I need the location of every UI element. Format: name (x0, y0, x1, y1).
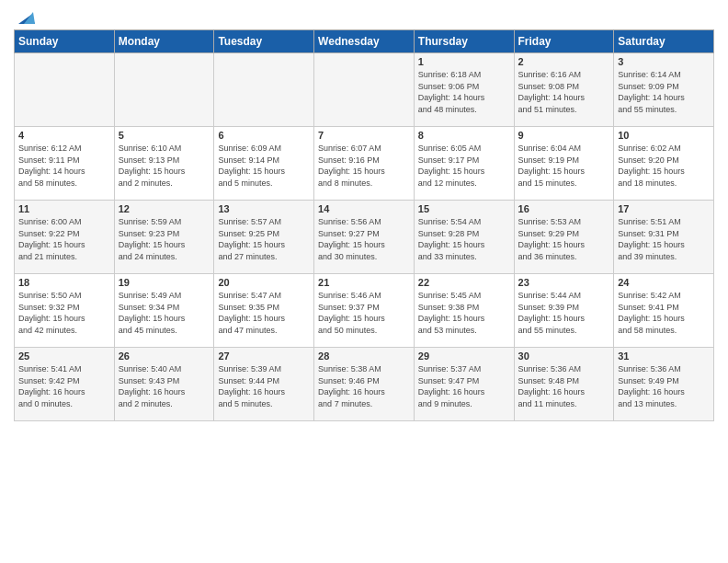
day-info: Sunrise: 6:16 AM Sunset: 9:08 PM Dayligh… (518, 69, 610, 115)
day-cell: 20Sunrise: 5:47 AM Sunset: 9:35 PM Dayli… (214, 274, 314, 348)
day-info: Sunrise: 5:36 AM Sunset: 9:49 PM Dayligh… (618, 363, 710, 409)
day-info: Sunrise: 5:42 AM Sunset: 9:41 PM Dayligh… (618, 290, 710, 336)
day-cell: 18Sunrise: 5:50 AM Sunset: 9:32 PM Dayli… (15, 274, 115, 348)
day-number: 1 (418, 56, 510, 67)
day-info: Sunrise: 5:41 AM Sunset: 9:42 PM Dayligh… (18, 363, 110, 409)
weekday-header-thursday: Thursday (414, 30, 514, 53)
day-info: Sunrise: 6:10 AM Sunset: 9:13 PM Dayligh… (119, 143, 210, 189)
day-info: Sunrise: 5:37 AM Sunset: 9:47 PM Dayligh… (418, 363, 510, 409)
day-cell: 24Sunrise: 5:42 AM Sunset: 9:41 PM Dayli… (614, 274, 714, 348)
day-number: 31 (618, 350, 710, 362)
day-number: 30 (518, 350, 610, 362)
day-cell: 22Sunrise: 5:45 AM Sunset: 9:38 PM Dayli… (414, 274, 514, 348)
day-number: 2 (518, 56, 610, 67)
header (14, 9, 714, 22)
day-number: 19 (119, 277, 210, 288)
day-info: Sunrise: 5:49 AM Sunset: 9:34 PM Dayligh… (119, 290, 210, 336)
day-cell: 11Sunrise: 6:00 AM Sunset: 9:22 PM Dayli… (15, 201, 115, 274)
weekday-header-monday: Monday (114, 30, 214, 53)
day-cell: 8Sunrise: 6:05 AM Sunset: 9:17 PM Daylig… (414, 127, 514, 201)
day-info: Sunrise: 6:00 AM Sunset: 9:22 PM Dayligh… (18, 216, 110, 262)
day-info: Sunrise: 5:56 AM Sunset: 9:27 PM Dayligh… (318, 216, 410, 262)
week-row-3: 11Sunrise: 6:00 AM Sunset: 9:22 PM Dayli… (15, 201, 714, 274)
day-info: Sunrise: 5:39 AM Sunset: 9:44 PM Dayligh… (218, 363, 310, 409)
weekday-header-friday: Friday (514, 30, 614, 53)
day-info: Sunrise: 6:12 AM Sunset: 9:11 PM Dayligh… (18, 143, 110, 189)
day-cell: 29Sunrise: 5:37 AM Sunset: 9:47 PM Dayli… (414, 348, 514, 421)
day-number: 25 (18, 350, 110, 362)
week-row-1: 1Sunrise: 6:18 AM Sunset: 9:06 PM Daylig… (15, 53, 714, 127)
day-number: 4 (18, 130, 110, 141)
day-info: Sunrise: 5:59 AM Sunset: 9:23 PM Dayligh… (119, 216, 210, 262)
day-info: Sunrise: 5:53 AM Sunset: 9:29 PM Dayligh… (518, 216, 610, 262)
day-info: Sunrise: 5:36 AM Sunset: 9:48 PM Dayligh… (518, 363, 610, 409)
day-cell: 28Sunrise: 5:38 AM Sunset: 9:46 PM Dayli… (314, 348, 415, 421)
day-number: 8 (418, 130, 510, 141)
day-cell: 1Sunrise: 6:18 AM Sunset: 9:06 PM Daylig… (414, 53, 514, 127)
weekday-header-row: SundayMondayTuesdayWednesdayThursdayFrid… (15, 30, 714, 53)
weekday-header-tuesday: Tuesday (214, 30, 314, 53)
day-cell: 30Sunrise: 5:36 AM Sunset: 9:48 PM Dayli… (514, 348, 614, 421)
week-row-4: 18Sunrise: 5:50 AM Sunset: 9:32 PM Dayli… (15, 274, 714, 348)
day-info: Sunrise: 5:45 AM Sunset: 9:38 PM Dayligh… (418, 290, 510, 336)
day-number: 15 (418, 203, 510, 214)
day-cell: 31Sunrise: 5:36 AM Sunset: 9:49 PM Dayli… (614, 348, 714, 421)
day-number: 5 (119, 130, 210, 141)
logo (14, 9, 35, 22)
day-cell (314, 53, 415, 127)
day-cell: 14Sunrise: 5:56 AM Sunset: 9:27 PM Dayli… (314, 201, 415, 274)
day-cell: 9Sunrise: 6:04 AM Sunset: 9:19 PM Daylig… (514, 127, 614, 201)
day-cell: 26Sunrise: 5:40 AM Sunset: 9:43 PM Dayli… (114, 348, 214, 421)
day-cell: 12Sunrise: 5:59 AM Sunset: 9:23 PM Dayli… (114, 201, 214, 274)
day-number: 16 (518, 203, 610, 214)
day-number: 18 (18, 277, 110, 288)
day-info: Sunrise: 5:46 AM Sunset: 9:37 PM Dayligh… (318, 290, 410, 336)
weekday-header-wednesday: Wednesday (314, 30, 415, 53)
day-info: Sunrise: 5:44 AM Sunset: 9:39 PM Dayligh… (518, 290, 610, 336)
day-info: Sunrise: 5:38 AM Sunset: 9:46 PM Dayligh… (318, 363, 410, 409)
day-number: 20 (218, 277, 310, 288)
day-cell: 5Sunrise: 6:10 AM Sunset: 9:13 PM Daylig… (114, 127, 214, 201)
day-info: Sunrise: 5:54 AM Sunset: 9:28 PM Dayligh… (418, 216, 510, 262)
day-cell: 23Sunrise: 5:44 AM Sunset: 9:39 PM Dayli… (514, 274, 614, 348)
day-number: 11 (18, 203, 110, 214)
day-cell: 27Sunrise: 5:39 AM Sunset: 9:44 PM Dayli… (214, 348, 314, 421)
day-cell (114, 53, 214, 127)
day-cell: 4Sunrise: 6:12 AM Sunset: 9:11 PM Daylig… (15, 127, 115, 201)
day-number: 24 (618, 277, 710, 288)
day-number: 10 (618, 130, 710, 141)
page-container: SundayMondayTuesdayWednesdayThursdayFrid… (0, 0, 728, 426)
calendar-table: SundayMondayTuesdayWednesdayThursdayFrid… (14, 29, 714, 421)
day-info: Sunrise: 6:07 AM Sunset: 9:16 PM Dayligh… (318, 143, 410, 189)
day-cell: 10Sunrise: 6:02 AM Sunset: 9:20 PM Dayli… (614, 127, 714, 201)
day-info: Sunrise: 6:02 AM Sunset: 9:20 PM Dayligh… (618, 143, 710, 189)
logo-icon (15, 7, 35, 28)
day-info: Sunrise: 5:47 AM Sunset: 9:35 PM Dayligh… (218, 290, 310, 336)
day-info: Sunrise: 6:05 AM Sunset: 9:17 PM Dayligh… (418, 143, 510, 189)
day-info: Sunrise: 5:40 AM Sunset: 9:43 PM Dayligh… (119, 363, 210, 409)
day-info: Sunrise: 5:50 AM Sunset: 9:32 PM Dayligh… (18, 290, 110, 336)
weekday-header-saturday: Saturday (614, 30, 714, 53)
day-number: 22 (418, 277, 510, 288)
week-row-2: 4Sunrise: 6:12 AM Sunset: 9:11 PM Daylig… (15, 127, 714, 201)
day-number: 23 (518, 277, 610, 288)
day-number: 21 (318, 277, 410, 288)
day-cell: 2Sunrise: 6:16 AM Sunset: 9:08 PM Daylig… (514, 53, 614, 127)
day-number: 28 (318, 350, 410, 362)
day-number: 12 (119, 203, 210, 214)
day-number: 17 (618, 203, 710, 214)
day-info: Sunrise: 6:09 AM Sunset: 9:14 PM Dayligh… (218, 143, 310, 189)
weekday-header-sunday: Sunday (15, 30, 115, 53)
day-cell: 19Sunrise: 5:49 AM Sunset: 9:34 PM Dayli… (114, 274, 214, 348)
day-cell (214, 53, 314, 127)
day-cell: 7Sunrise: 6:07 AM Sunset: 9:16 PM Daylig… (314, 127, 415, 201)
day-cell: 13Sunrise: 5:57 AM Sunset: 9:25 PM Dayli… (214, 201, 314, 274)
day-number: 26 (119, 350, 210, 362)
day-info: Sunrise: 5:51 AM Sunset: 9:31 PM Dayligh… (618, 216, 710, 262)
day-info: Sunrise: 6:14 AM Sunset: 9:09 PM Dayligh… (618, 69, 710, 115)
day-cell (15, 53, 115, 127)
day-number: 13 (218, 203, 310, 214)
day-info: Sunrise: 6:04 AM Sunset: 9:19 PM Dayligh… (518, 143, 610, 189)
day-number: 7 (318, 130, 410, 141)
day-number: 6 (218, 130, 310, 141)
